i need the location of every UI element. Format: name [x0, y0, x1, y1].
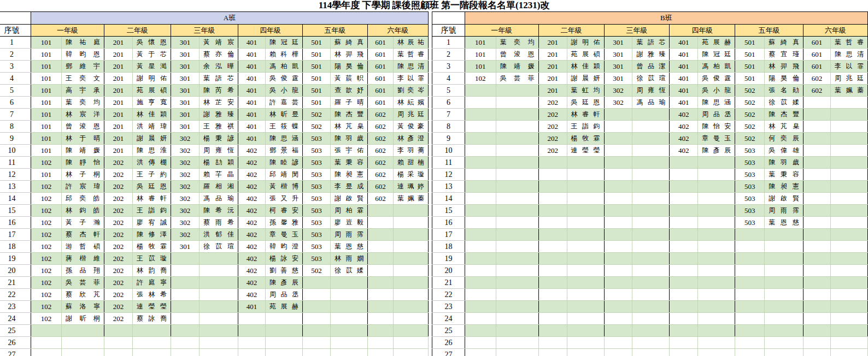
code-cell[interactable]: 402	[238, 289, 266, 301]
code-cell[interactable]: 401	[670, 73, 698, 85]
name-cell[interactable]: 葉哲睿	[830, 37, 867, 49]
name-cell[interactable]: 林佳穎	[567, 61, 604, 73]
name-cell[interactable]: 葉語芯	[632, 37, 670, 49]
name-cell[interactable]: 徐苡瑄	[200, 241, 238, 253]
code-cell[interactable]	[538, 253, 567, 265]
code-cell[interactable]: 602	[368, 109, 394, 121]
code-cell[interactable]	[670, 337, 698, 349]
code-cell[interactable]	[303, 325, 331, 337]
code-cell[interactable]	[804, 97, 831, 109]
name-cell[interactable]	[496, 97, 538, 109]
code-cell[interactable]	[604, 193, 632, 205]
name-cell[interactable]	[698, 229, 735, 241]
grade-header[interactable]: 二年級	[538, 25, 604, 37]
name-cell[interactable]: 張林希	[133, 289, 171, 301]
seq-cell[interactable]: 24	[432, 313, 465, 325]
seq-cell[interactable]: 12	[432, 169, 465, 181]
name-cell[interactable]	[567, 217, 604, 229]
code-cell[interactable]: 503	[303, 205, 331, 217]
code-cell[interactable]: 101	[31, 145, 62, 157]
name-cell[interactable]	[830, 193, 867, 205]
grade-header[interactable]: 六年級	[804, 25, 868, 37]
code-cell[interactable]: 102	[31, 277, 62, 289]
code-cell[interactable]	[238, 313, 266, 325]
name-cell[interactable]: 陽昊倫	[331, 61, 368, 73]
code-cell[interactable]: 302	[604, 97, 632, 109]
seq-cell[interactable]: 17	[0, 229, 31, 241]
name-cell[interactable]	[765, 253, 804, 265]
name-cell[interactable]: 陽昊倫	[765, 73, 804, 85]
code-cell[interactable]: 602	[368, 157, 394, 169]
seq-cell[interactable]: 20	[432, 265, 465, 277]
code-cell[interactable]	[804, 289, 831, 301]
name-cell[interactable]	[200, 313, 238, 325]
seq-cell[interactable]: 5	[0, 85, 31, 97]
code-cell[interactable]: 503	[735, 181, 765, 193]
code-cell[interactable]: 401	[238, 133, 266, 145]
name-cell[interactable]	[698, 157, 735, 169]
name-cell[interactable]: 葉恩慈	[765, 217, 804, 229]
name-cell[interactable]	[200, 289, 238, 301]
code-cell[interactable]	[368, 301, 394, 313]
name-cell[interactable]: 陳修澤	[133, 229, 171, 241]
code-cell[interactable]: 201	[104, 73, 133, 85]
code-cell[interactable]: 201	[104, 49, 133, 61]
name-cell[interactable]: 周品丞	[266, 289, 303, 301]
code-cell[interactable]: 301	[171, 109, 200, 121]
code-cell[interactable]	[31, 349, 62, 356]
name-cell[interactable]	[496, 325, 538, 337]
name-cell[interactable]: 曾浚恩	[496, 49, 538, 61]
name-cell[interactable]	[62, 325, 104, 337]
name-cell[interactable]	[496, 133, 538, 145]
name-cell[interactable]	[496, 217, 538, 229]
code-cell[interactable]	[368, 241, 394, 253]
code-cell[interactable]: 401	[238, 73, 266, 85]
name-cell[interactable]	[200, 325, 238, 337]
name-cell[interactable]	[567, 169, 604, 181]
name-cell[interactable]: 邱奕皓	[62, 193, 104, 205]
name-cell[interactable]	[830, 157, 867, 169]
code-cell[interactable]: 401	[238, 37, 266, 49]
code-cell[interactable]: 202	[104, 229, 133, 241]
name-cell[interactable]	[830, 133, 867, 145]
seq-cell[interactable]: 8	[432, 121, 465, 133]
seq-cell[interactable]: 16	[0, 217, 31, 229]
code-cell[interactable]: 102	[31, 289, 62, 301]
name-cell[interactable]: 陳羽歲	[765, 157, 804, 169]
name-cell[interactable]	[830, 337, 867, 349]
code-cell[interactable]	[604, 145, 632, 157]
code-cell[interactable]	[465, 193, 496, 205]
seq-cell[interactable]: 15	[432, 205, 465, 217]
name-cell[interactable]: 周雍恆	[200, 145, 238, 157]
name-cell[interactable]: 邱靖閔	[266, 169, 303, 181]
name-cell[interactable]: 楊秉諺	[200, 133, 238, 145]
seq-cell[interactable]: 9	[0, 133, 31, 145]
code-cell[interactable]	[735, 253, 765, 265]
name-cell[interactable]	[830, 253, 867, 265]
name-cell[interactable]	[567, 253, 604, 265]
name-cell[interactable]	[632, 277, 670, 289]
code-cell[interactable]	[604, 157, 632, 169]
name-cell[interactable]	[765, 349, 804, 356]
code-cell[interactable]: 101	[31, 133, 62, 145]
code-cell[interactable]	[604, 313, 632, 325]
code-cell[interactable]: 302	[171, 217, 200, 229]
name-cell[interactable]	[698, 181, 735, 193]
seq-cell[interactable]: 9	[432, 133, 465, 145]
name-cell[interactable]: 吳芸菲	[62, 277, 104, 289]
name-cell[interactable]: 陳彥辰	[266, 277, 303, 289]
name-cell[interactable]	[698, 337, 735, 349]
code-cell[interactable]: 503	[735, 169, 765, 181]
name-cell[interactable]: 許嘉芸	[266, 97, 303, 109]
code-cell[interactable]: 101	[31, 37, 62, 49]
name-cell[interactable]	[394, 253, 429, 265]
name-cell[interactable]: 許庭寧	[133, 277, 171, 289]
name-cell[interactable]: 吳小龍	[698, 85, 735, 97]
code-cell[interactable]	[465, 97, 496, 109]
name-cell[interactable]	[698, 289, 735, 301]
code-cell[interactable]: 601	[804, 37, 831, 49]
code-cell[interactable]: 502	[735, 97, 765, 109]
name-cell[interactable]	[632, 133, 670, 145]
name-cell[interactable]	[567, 181, 604, 193]
code-cell[interactable]	[735, 349, 765, 356]
